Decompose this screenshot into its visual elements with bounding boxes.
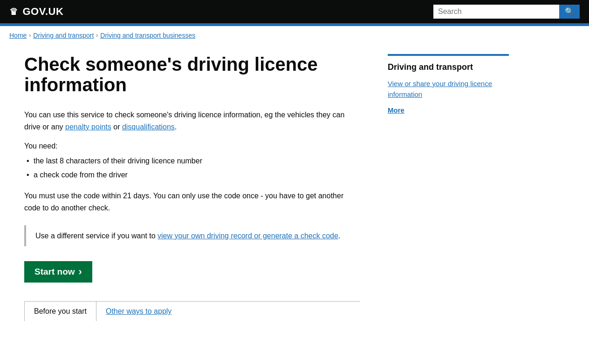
logo: ♛ GOV.UK	[9, 6, 63, 18]
main-layout: Check someone's driving licence informat…	[15, 45, 574, 340]
crown-icon: ♛	[9, 6, 18, 17]
requirements-list: the last 8 characters of their driving l…	[24, 155, 360, 181]
breadcrumb-sep-2: ›	[96, 32, 98, 39]
breadcrumb-businesses[interactable]: Driving and transport businesses	[100, 32, 195, 39]
disqualifications-link[interactable]: disqualifications	[122, 123, 175, 131]
intro-end: .	[175, 123, 177, 131]
intro-or: or	[111, 123, 122, 131]
list-item: a check code from the driver	[24, 169, 360, 181]
page-title: Check someone's driving licence informat…	[24, 54, 360, 95]
logo-text: GOV.UK	[23, 6, 64, 18]
search-icon: 🔍	[565, 7, 574, 15]
sidebar-title: Driving and transport	[388, 62, 509, 72]
sidebar-more-link[interactable]: More	[388, 106, 509, 114]
inset-block: Use a different service if you want to v…	[24, 225, 360, 247]
sidebar-accent-bar	[388, 54, 509, 56]
breadcrumb-driving-transport[interactable]: Driving and transport	[33, 32, 94, 39]
start-arrow-icon: ›	[79, 267, 82, 277]
breadcrumb-sep-1: ›	[29, 32, 31, 39]
breadcrumb: Home › Driving and transport › Driving a…	[0, 26, 589, 45]
breadcrumb-home[interactable]: Home	[9, 32, 27, 39]
inset-text-after: .	[338, 232, 340, 240]
sidebar-link-view-share[interactable]: View or share your driving licence infor…	[388, 79, 509, 100]
site-header: ♛ GOV.UK 🔍	[0, 0, 589, 23]
tab-bar: Before you start Other ways to apply	[24, 301, 360, 321]
search-input[interactable]	[433, 5, 559, 19]
you-need-label: You need:	[24, 142, 360, 150]
start-now-button[interactable]: Start now ›	[24, 261, 92, 283]
inset-link[interactable]: view your own driving record or generate…	[158, 232, 338, 240]
list-item: the last 8 characters of their driving l…	[24, 155, 360, 167]
tab-before-you-start[interactable]: Before you start	[24, 302, 96, 321]
search-button[interactable]: 🔍	[559, 5, 580, 19]
search-form: 🔍	[433, 5, 580, 19]
intro-paragraph: You can use this service to check someon…	[24, 109, 360, 133]
sidebar: Driving and transport View or share your…	[388, 54, 509, 321]
content-area: Check someone's driving licence informat…	[24, 54, 360, 321]
tab-other-ways[interactable]: Other ways to apply	[96, 302, 181, 321]
inset-text-before: Use a different service if you want to	[35, 232, 158, 240]
code-note: You must use the code within 21 days. Yo…	[24, 190, 360, 214]
penalty-points-link[interactable]: penalty points	[65, 123, 111, 131]
start-now-label: Start now	[34, 267, 75, 277]
